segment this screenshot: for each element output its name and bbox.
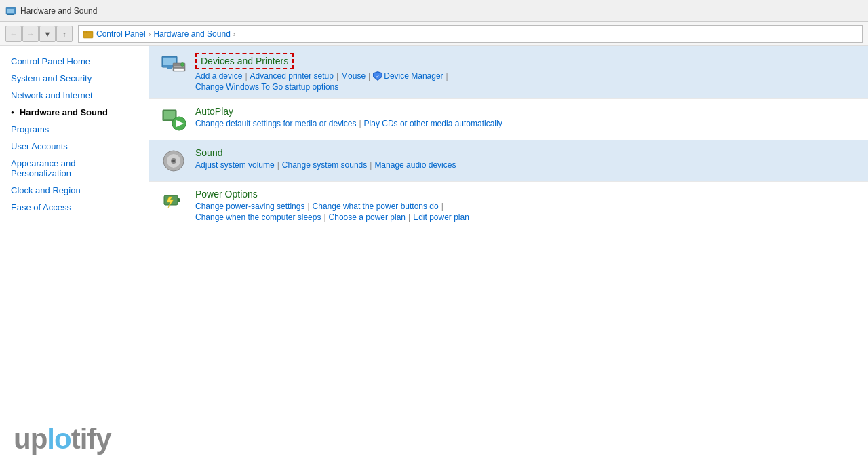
sidebar-item-ease-access[interactable]: Ease of Access — [0, 199, 149, 216]
section-devices-printers: Devices and Printers Add a device | Adva… — [149, 46, 868, 99]
section-power-options: Power Options Change power-saving settin… — [149, 182, 868, 229]
sound-title[interactable]: Sound — [195, 147, 222, 158]
title-bar: Hardware and Sound — [0, 0, 868, 22]
watermark: uplotify — [14, 423, 111, 455]
main-layout: Control Panel Home System and Security N… — [0, 46, 868, 469]
nav-buttons: ← → ▼ ↑ — [5, 26, 73, 42]
forward-button[interactable]: → — [22, 26, 39, 42]
power-links-2: Change when the computer sleeps | Choose… — [195, 212, 857, 222]
svg-text:✓: ✓ — [376, 74, 380, 79]
breadcrumb-hardware-sound[interactable]: Hardware and Sound — [153, 29, 230, 39]
power-links-1: Change power-saving settings | Change wh… — [195, 202, 857, 211]
link-manage-audio[interactable]: Manage audio devices — [374, 160, 456, 170]
section-sound: Sound Adjust system volume | Change syst… — [149, 140, 868, 182]
autoplay-title[interactable]: AutoPlay — [195, 106, 233, 117]
sidebar-item-appearance[interactable]: Appearance and Personalization — [0, 155, 149, 182]
devices-printers-content: Devices and Printers Add a device | Adva… — [195, 53, 857, 92]
folder-icon — [83, 29, 94, 39]
svg-rect-2 — [9, 13, 13, 14]
power-content: Power Options Change power-saving settin… — [195, 189, 857, 222]
svg-rect-3 — [7, 14, 14, 15]
svg-rect-9 — [165, 69, 174, 69]
sound-links: Adjust system volume | Change system sou… — [195, 160, 857, 170]
svg-rect-18 — [164, 111, 175, 119]
link-power-buttons[interactable]: Change what the power buttons do — [313, 202, 439, 211]
nav-bar: ← → ▼ ↑ Control Panel › Hardware and Sou… — [0, 22, 868, 46]
sidebar-item-programs[interactable]: Programs — [0, 121, 149, 138]
autoplay-content: AutoPlay Change default settings for med… — [195, 106, 857, 128]
link-advanced-printer-setup[interactable]: Advanced printer setup — [250, 71, 334, 81]
autoplay-links: Change default settings for media or dev… — [195, 119, 857, 128]
content-area: Devices and Printers Add a device | Adva… — [149, 46, 868, 469]
svg-rect-26 — [178, 198, 180, 202]
devices-printers-links-2: Change Windows To Go startup options — [195, 82, 857, 92]
link-add-device[interactable]: Add a device — [195, 71, 242, 81]
watermark-up: up — [14, 423, 47, 455]
section-autoplay: AutoPlay Change default settings for med… — [149, 99, 868, 140]
devices-printers-links: Add a device | Advanced printer setup | … — [195, 71, 857, 81]
breadcrumb-bar: Control Panel › Hardware and Sound › — [78, 25, 863, 43]
title-bar-title: Hardware and Sound — [20, 6, 97, 16]
sidebar-item-user-accounts[interactable]: User Accounts — [0, 138, 149, 155]
sidebar: Control Panel Home System and Security N… — [0, 46, 149, 469]
sidebar-item-hardware-sound: Hardware and Sound — [0, 104, 149, 121]
sound-icon — [160, 147, 187, 174]
up-button[interactable]: ↑ — [56, 26, 73, 42]
svg-point-24 — [172, 160, 175, 162]
autoplay-icon — [160, 106, 187, 133]
svg-point-13 — [181, 63, 184, 67]
link-choose-power-plan[interactable]: Choose a power plan — [329, 212, 406, 222]
svg-rect-5 — [83, 31, 87, 33]
devices-printers-icon — [160, 53, 187, 80]
device-manager-shield-icon: ✓ — [373, 71, 382, 81]
link-default-media-settings[interactable]: Change default settings for media or dev… — [195, 119, 356, 128]
devices-printers-title[interactable]: Devices and Printers — [195, 53, 294, 69]
breadcrumb-sep-1: › — [149, 30, 151, 38]
svg-rect-1 — [7, 9, 14, 13]
svg-rect-12 — [174, 69, 184, 71]
breadcrumb-control-panel[interactable]: Control Panel — [96, 29, 146, 39]
link-adjust-volume[interactable]: Adjust system volume — [195, 160, 275, 170]
back-button[interactable]: ← — [5, 26, 22, 42]
sidebar-item-network-internet[interactable]: Network and Internet — [0, 87, 149, 104]
link-computer-sleeps[interactable]: Change when the computer sleeps — [195, 212, 321, 222]
breadcrumb-sep-2: › — [233, 30, 236, 38]
link-mouse[interactable]: Mouse — [341, 71, 366, 81]
svg-rect-8 — [167, 67, 172, 69]
watermark-tify: tify — [71, 423, 111, 455]
link-edit-power-plan[interactable]: Edit power plan — [413, 212, 469, 222]
power-title[interactable]: Power Options — [195, 189, 258, 200]
link-power-saving[interactable]: Change power-saving settings — [195, 202, 304, 211]
sound-content: Sound Adjust system volume | Change syst… — [195, 147, 857, 170]
sidebar-item-clock-region[interactable]: Clock and Region — [0, 182, 149, 199]
link-device-manager[interactable]: Device Manager — [384, 71, 443, 81]
sidebar-item-system-security[interactable]: System and Security — [0, 70, 149, 87]
link-play-cds[interactable]: Play CDs or other media automatically — [364, 119, 502, 128]
power-icon — [160, 189, 187, 216]
link-change-sounds[interactable]: Change system sounds — [282, 160, 367, 170]
sidebar-item-control-panel-home[interactable]: Control Panel Home — [0, 53, 149, 70]
nav-dropdown-button[interactable]: ▼ — [39, 26, 56, 42]
link-windows-to-go[interactable]: Change Windows To Go startup options — [195, 82, 338, 92]
watermark-lo: lo — [47, 423, 71, 455]
title-bar-icon — [5, 5, 16, 16]
